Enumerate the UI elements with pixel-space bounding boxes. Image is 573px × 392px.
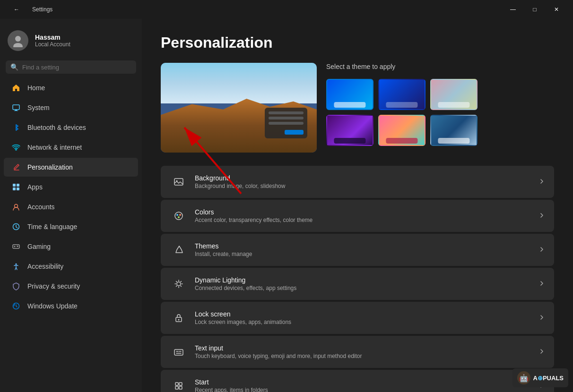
themes-icon	[170, 241, 187, 258]
update-label: Windows Update	[27, 302, 78, 310]
sidebar-item-gaming[interactable]: Gaming	[4, 237, 138, 256]
wp-sky	[161, 63, 317, 103]
search-bar[interactable]: 🔍	[6, 60, 136, 74]
settings-item-background[interactable]: BackgroundBackground image, color, slide…	[161, 166, 554, 198]
titlebar: ← Settings — □ ✕	[0, 0, 573, 19]
apps-label: Apps	[27, 183, 43, 191]
theme-purple[interactable]	[326, 115, 373, 146]
sidebar-item-network[interactable]: Network & internet	[4, 138, 138, 157]
theme-panel: Select a theme to apply	[326, 63, 478, 153]
wallpaper-preview	[161, 63, 317, 153]
start-title: Start	[195, 378, 539, 386]
sidebar-item-privacy[interactable]: Privacy & security	[4, 277, 138, 296]
svg-point-22	[178, 319, 180, 321]
apps-icon	[11, 182, 21, 192]
svg-rect-4	[14, 111, 18, 111]
svg-rect-25	[179, 383, 182, 385]
personalization-label: Personalization	[27, 163, 73, 171]
settings-item-lock-screen[interactable]: Lock screenLock screen images, apps, ani…	[161, 302, 554, 334]
background-title: Background	[195, 174, 539, 182]
settings-list: BackgroundBackground image, color, slide…	[161, 166, 554, 392]
minimize-button[interactable]: —	[502, 2, 524, 17]
close-button[interactable]: ✕	[546, 2, 567, 17]
settings-item-dynamic-lighting[interactable]: Dynamic LightingConnected devices, effec…	[161, 268, 554, 300]
svg-rect-3	[15, 110, 17, 111]
content-area: Personalization Select a theme to	[142, 19, 573, 392]
svg-rect-24	[175, 383, 178, 385]
sidebar-item-system[interactable]: System	[4, 98, 138, 117]
background-desc: Background image, color, slideshow	[195, 183, 539, 189]
network-icon	[11, 143, 21, 152]
lock-screen-chevron-icon	[539, 314, 545, 322]
start-icon	[170, 377, 187, 392]
lock-screen-text: Lock screenLock screen images, apps, ani…	[195, 310, 539, 325]
home-icon	[11, 83, 21, 93]
lock-screen-icon	[170, 309, 187, 326]
dynamic-lighting-desc: Connected devices, effects, app settings	[195, 285, 539, 291]
sidebar-item-personalization[interactable]: Personalization	[4, 158, 138, 177]
colors-text: ColorsAccent color, transparency effects…	[195, 208, 539, 223]
accounts-label: Accounts	[27, 203, 55, 211]
wp-dialog	[265, 108, 307, 138]
titlebar-controls: — □ ✕	[502, 2, 567, 17]
text-input-title: Text input	[195, 344, 539, 352]
avatar	[8, 30, 28, 51]
text-input-chevron-icon	[539, 348, 545, 356]
preview-container: Select a theme to apply	[161, 63, 554, 153]
settings-item-start[interactable]: StartRecent apps, items in folders	[161, 370, 554, 392]
svg-point-19	[178, 216, 180, 218]
user-name: Hassam	[35, 34, 70, 41]
colors-desc: Accent color, transparency effects, colo…	[195, 217, 539, 223]
svg-rect-6	[17, 184, 19, 187]
dynamic-lighting-title: Dynamic Lighting	[195, 276, 539, 284]
theme-bloom[interactable]	[378, 115, 425, 146]
user-profile: Hassam Local Account	[0, 23, 142, 60]
search-input[interactable]	[22, 64, 131, 71]
sidebar-item-apps[interactable]: Apps	[4, 178, 138, 196]
start-text: StartRecent apps, items in folders	[195, 378, 539, 392]
dynamic-lighting-icon	[170, 275, 187, 292]
wp-dialog-line2	[269, 117, 304, 119]
sidebar-item-bluetooth[interactable]: Bluetooth & devices	[4, 118, 138, 137]
maximize-button[interactable]: □	[524, 2, 546, 17]
titlebar-title: Settings	[32, 6, 52, 13]
theme-taskbar-5	[386, 138, 417, 144]
svg-rect-23	[174, 349, 183, 355]
text-input-text: Text inputTouch keyboard, voice typing, …	[195, 344, 539, 359]
back-button[interactable]: ←	[6, 2, 27, 17]
sidebar-item-accounts[interactable]: Accounts	[4, 197, 138, 216]
themes-text: ThemesInstall, create, manage	[195, 242, 539, 257]
user-role: Local Account	[35, 41, 70, 48]
settings-item-text-input[interactable]: Text inputTouch keyboard, voice typing, …	[161, 336, 554, 368]
settings-item-colors[interactable]: ColorsAccent color, transparency effects…	[161, 200, 554, 232]
svg-point-18	[179, 214, 181, 216]
theme-floral[interactable]	[430, 79, 478, 110]
system-label: System	[27, 104, 50, 111]
lock-screen-title: Lock screen	[195, 310, 539, 318]
sidebar-item-update[interactable]: Windows Update	[4, 297, 138, 315]
settings-item-themes[interactable]: ThemesInstall, create, manage	[161, 234, 554, 266]
theme-taskbar-3	[438, 102, 469, 108]
system-icon	[11, 103, 21, 112]
watermark-label: A⊕PUALS	[533, 375, 564, 382]
theme-row-1	[326, 79, 478, 110]
theme-win11-light[interactable]	[326, 79, 373, 110]
wp-dialog-line1	[269, 111, 304, 114]
start-desc: Recent apps, items in folders	[195, 387, 539, 392]
sidebar-item-home[interactable]: Home	[4, 78, 138, 97]
gaming-icon	[11, 242, 21, 251]
theme-lake[interactable]	[430, 115, 478, 146]
gaming-label: Gaming	[27, 243, 51, 250]
theme-win11-dark[interactable]	[378, 79, 425, 110]
titlebar-left: ← Settings	[6, 2, 52, 17]
svg-point-1	[13, 43, 23, 47]
sidebar-item-time[interactable]: Time & language	[4, 217, 138, 236]
accessibility-icon	[11, 262, 21, 271]
colors-chevron-icon	[539, 212, 545, 220]
network-label: Network & internet	[27, 144, 82, 151]
page-title: Personalization	[161, 34, 554, 51]
sidebar-item-accessibility[interactable]: Accessibility	[4, 257, 138, 276]
lock-screen-desc: Lock screen images, apps, animations	[195, 319, 539, 325]
user-info: Hassam Local Account	[35, 34, 70, 48]
background-icon	[170, 173, 187, 190]
